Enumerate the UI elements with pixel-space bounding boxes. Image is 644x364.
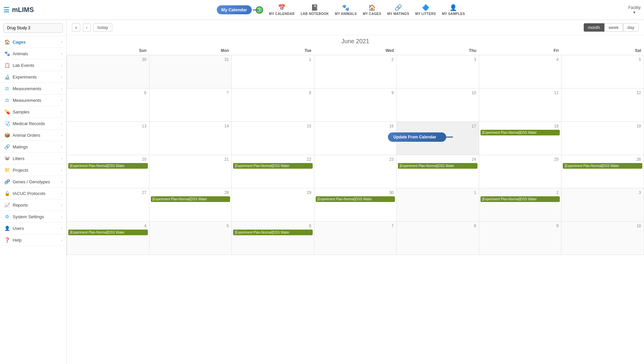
- calendar-cell[interactable]: 7: [314, 222, 397, 255]
- calendar-cell[interactable]: 31: [149, 55, 232, 89]
- calendar-cell[interactable]: 18[Experiment Plan-Normal]DSS Water: [479, 122, 561, 155]
- calendar-cell[interactable]: 9: [314, 89, 397, 122]
- calendar-cell[interactable]: 3: [561, 188, 644, 222]
- calendar-cell[interactable]: 23: [314, 155, 397, 188]
- month-view-button[interactable]: month: [584, 23, 604, 32]
- nav-my-litters[interactable]: 🔷 MY LITTERS: [415, 4, 436, 16]
- update-from-calendar-tooltip[interactable]: Update From Calendar: [388, 132, 446, 142]
- calendar-cell[interactable]: 13: [67, 122, 150, 155]
- nav-my-cages[interactable]: 🏠 MY CAGES: [363, 4, 381, 16]
- calendar-cell[interactable]: 21: [149, 155, 232, 188]
- calendar-cell[interactable]: 25: [479, 155, 561, 188]
- sidebar-item-projects[interactable]: 📁 Projects ›: [0, 164, 66, 176]
- calendar-cell[interactable]: 3: [397, 55, 479, 89]
- day-number: 1: [233, 57, 313, 63]
- hamburger-icon[interactable]: ☰: [3, 6, 9, 14]
- sidebar-item-measurements1[interactable]: ⚖ Measurements ›: [0, 83, 66, 94]
- day-number: 5: [563, 57, 642, 63]
- calendar-event[interactable]: [Experiment Plan-Normal]DSS Water: [68, 163, 148, 169]
- calendar-cell[interactable]: 15: [232, 122, 314, 155]
- calendar-event[interactable]: [Experiment Plan-Normal]DSS Water: [68, 230, 148, 235]
- facility-button[interactable]: Facility ▾: [628, 5, 641, 15]
- samples-chevron-icon: ›: [61, 110, 62, 114]
- nav-lab-notebook[interactable]: 📓 LAB NOTEBOOK: [301, 4, 329, 16]
- calendar-cell[interactable]: 10: [561, 222, 644, 255]
- search-input[interactable]: [3, 23, 63, 33]
- my-calendar-badge[interactable]: My Calendar: [217, 5, 252, 14]
- calendar-cell[interactable]: 27: [67, 188, 150, 222]
- calendar-event[interactable]: [Experiment Plan-Normal]DSS Water: [398, 163, 478, 169]
- day-number: 3: [398, 57, 478, 63]
- calendar-cell[interactable]: 1: [232, 55, 314, 89]
- calendar-cell[interactable]: 2[Experiment Plan-Normal]DSS Water: [479, 188, 561, 222]
- calendar-event[interactable]: [Experiment Plan-Normal]DSS Water: [233, 230, 313, 235]
- sidebar-item-animal-orders-label: Animal Orders: [13, 133, 40, 138]
- header-fri: Fri: [479, 46, 561, 55]
- calendar-cell[interactable]: 19: [561, 122, 644, 155]
- calendar-cell[interactable]: 14: [149, 122, 232, 155]
- sidebar-item-reports[interactable]: 📈 Reports ›: [0, 199, 66, 211]
- calendar-cell[interactable]: 10: [397, 89, 479, 122]
- calendar-cell[interactable]: 4[Experiment Plan-Normal]DSS Water: [67, 222, 150, 255]
- sidebar-item-samples[interactable]: 💊 Samples ›: [0, 106, 66, 118]
- calendar-cell[interactable]: 22[Experiment Plan-Normal]DSS Water: [232, 155, 314, 188]
- litters-chevron-icon: ›: [61, 156, 62, 160]
- calendar-cell[interactable]: 7: [149, 89, 232, 122]
- calendar-cell[interactable]: 16: [314, 122, 397, 155]
- today-button[interactable]: today: [93, 23, 113, 32]
- sidebar: 🏠 Cages › 🐾 Animals › 📋 Lab Events › 🔬 E…: [0, 20, 67, 364]
- calendar-cell[interactable]: 6[Experiment Plan-Normal]DSS Water: [232, 222, 314, 255]
- calendar-cell[interactable]: 12: [561, 89, 644, 122]
- calendar-event[interactable]: [Experiment Plan-Normal]DSS Water: [233, 163, 313, 169]
- calendar-event[interactable]: [Experiment Plan-Normal]DSS Water: [481, 196, 560, 202]
- calendar-cell[interactable]: 6: [67, 89, 150, 122]
- calendar-cell[interactable]: 11: [479, 89, 561, 122]
- calendar-cell[interactable]: 8: [397, 222, 479, 255]
- sidebar-item-users[interactable]: 👤 Users ›: [0, 223, 66, 234]
- day-view-button[interactable]: day: [623, 23, 639, 32]
- prev-prev-button[interactable]: «: [72, 23, 80, 32]
- sidebar-item-animals[interactable]: 🐾 Animals ›: [0, 48, 66, 60]
- calendar-cell[interactable]: 30[Experiment Plan-Normal]DSS Water: [314, 188, 397, 222]
- calendar-cell[interactable]: 5: [561, 55, 644, 89]
- animals-sidebar-icon: 🐾: [4, 51, 10, 56]
- calendar-event[interactable]: [Experiment Plan-Normal]DSS Water: [151, 196, 230, 202]
- calendar-cell[interactable]: 28[Experiment Plan-Normal]DSS Water: [149, 188, 232, 222]
- calendar-cell[interactable]: 2: [314, 55, 397, 89]
- nav-my-matings[interactable]: 🔗 MY MATINGS: [387, 4, 409, 16]
- sidebar-item-help[interactable]: ❓ Help ›: [0, 234, 66, 246]
- sidebar-item-cages[interactable]: 🏠 Cages ›: [0, 36, 66, 48]
- calendar-cell[interactable]: 20[Experiment Plan-Normal]DSS Water: [67, 155, 150, 188]
- week-view-button[interactable]: week: [604, 23, 623, 32]
- sidebar-item-lab-events[interactable]: 📋 Lab Events ›: [0, 60, 66, 71]
- calendar-cell[interactable]: 5: [149, 222, 232, 255]
- calendar-cell[interactable]: 29: [232, 188, 314, 222]
- system-settings-chevron-icon: ›: [61, 215, 62, 219]
- calendar-header: Sun Mon Tue Wed Thu Fri Sat: [67, 46, 644, 55]
- sidebar-item-animal-orders[interactable]: 📦 Animal Orders ›: [0, 129, 66, 141]
- sidebar-item-experiments[interactable]: 🔬 Experiments ›: [0, 71, 66, 83]
- calendar-event[interactable]: [Experiment Plan-Normal]DSS Water: [316, 196, 395, 202]
- nav-my-calendar[interactable]: 📅 MY CALENDAR: [269, 4, 295, 16]
- prev-button[interactable]: ‹: [83, 23, 90, 32]
- nav-my-samples[interactable]: 👤 MY SAMPLES: [442, 4, 465, 16]
- nav-my-animals[interactable]: 🐾 MY ANIMALS: [335, 4, 357, 16]
- sidebar-item-litters[interactable]: 🐭 Litters ›: [0, 153, 66, 164]
- sidebar-item-medical-records[interactable]: 🩺 Medical Records ›: [0, 118, 66, 129]
- calendar-cell[interactable]: 9: [479, 222, 561, 255]
- calendar-cell[interactable]: 30: [67, 55, 150, 89]
- calendar-cell[interactable]: 4: [479, 55, 561, 89]
- sidebar-item-genes-genotypes[interactable]: 🧬 Genes / Genotypes ›: [0, 176, 66, 188]
- projects-sidebar-icon: 📁: [4, 167, 10, 173]
- calendar-cell[interactable]: 24[Experiment Plan-Normal]DSS Water: [397, 155, 479, 188]
- calendar-event[interactable]: [Experiment Plan-Normal]DSS Water: [481, 130, 560, 135]
- calendar-event[interactable]: [Experiment Plan-Normal]DSS Water: [563, 163, 642, 169]
- sidebar-item-iacuc[interactable]: 🔒 IACUC Protocols ›: [0, 188, 66, 199]
- calendar-cell[interactable]: 26[Experiment Plan-Normal]DSS Water: [561, 155, 644, 188]
- sidebar-item-measurements2[interactable]: ⚖ Measurements ›: [0, 94, 66, 106]
- sidebar-item-system-settings[interactable]: ⚙ System Settings ›: [0, 211, 66, 223]
- sidebar-item-matings[interactable]: 🔗 Matings ›: [0, 141, 66, 153]
- calendar-cell[interactable]: 17Update From Calendar: [397, 122, 479, 155]
- calendar-cell[interactable]: 1: [397, 188, 479, 222]
- calendar-cell[interactable]: 8: [232, 89, 314, 122]
